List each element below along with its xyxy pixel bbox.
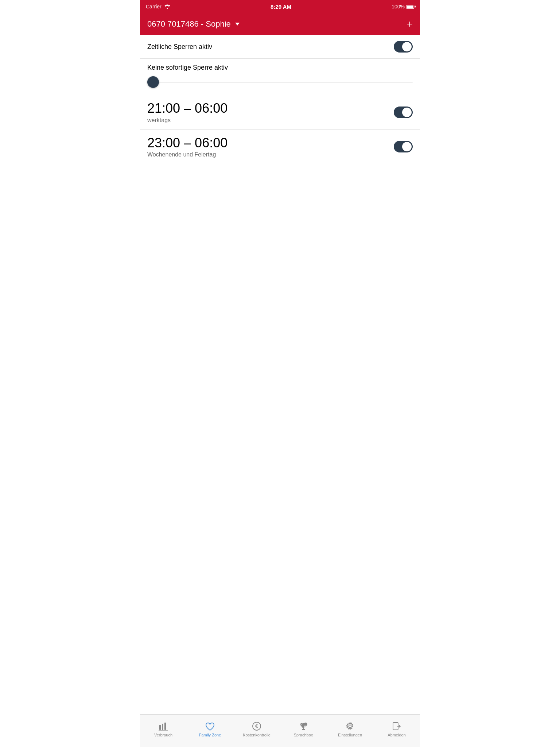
zeitliche-sperren-label: Zeitliche Sperren aktiv bbox=[147, 43, 212, 51]
slider-container bbox=[147, 77, 413, 88]
add-button[interactable]: + bbox=[407, 19, 413, 29]
nav-label-einstellungen: Einstellungen bbox=[338, 733, 362, 737]
time-block-wochenende: 23:00 – 06:00 Wochenende und Feiertag bbox=[140, 130, 420, 165]
svg-text:...: ... bbox=[304, 723, 307, 726]
familyzone-icon bbox=[205, 721, 215, 731]
header-title: 0670 7017486 - Sophie bbox=[147, 19, 231, 29]
status-bar: Carrier 8:29 AM 100% bbox=[140, 0, 420, 13]
chevron-down-icon bbox=[235, 23, 240, 26]
time-block-werktags: 21:00 – 06:00 werktags bbox=[140, 95, 420, 130]
svg-point-11 bbox=[349, 725, 351, 727]
slider-track bbox=[147, 82, 413, 82]
sprachbox-icon: ... bbox=[298, 721, 308, 731]
time-block1-time: 21:00 – 06:00 bbox=[147, 101, 394, 116]
nav-item-einstellungen[interactable]: Einstellungen bbox=[327, 721, 373, 737]
time-block2-info: 23:00 – 06:00 Wochenende und Feiertag bbox=[147, 136, 394, 158]
nav-item-familyzone[interactable]: Family Zone bbox=[187, 721, 233, 737]
header-title-area[interactable]: 0670 7017486 - Sophie bbox=[147, 19, 240, 29]
nav-label-kostenkontrolle: Kostenkontrolle bbox=[243, 733, 271, 737]
zeitliche-sperren-row: Zeitliche Sperren aktiv bbox=[140, 35, 420, 59]
nav-item-verbrauch[interactable]: Verbrauch bbox=[140, 721, 187, 737]
nav-label-familyzone: Family Zone bbox=[199, 733, 221, 737]
time-block1-info: 21:00 – 06:00 werktags bbox=[147, 101, 394, 124]
svg-text:€: € bbox=[255, 723, 258, 729]
bottom-nav: Verbrauch Family Zone € Kostenkontrolle bbox=[140, 714, 420, 747]
time-block2-time: 23:00 – 06:00 bbox=[147, 136, 394, 150]
kostenkontrolle-icon: € bbox=[252, 721, 262, 731]
nav-item-kostenkontrolle[interactable]: € Kostenkontrolle bbox=[233, 721, 280, 737]
svg-rect-0 bbox=[159, 725, 161, 730]
nav-label-sprachbox: Sprachbox bbox=[294, 733, 313, 737]
status-right: 100% bbox=[392, 4, 414, 9]
nav-item-sprachbox[interactable]: ... Sprachbox bbox=[280, 721, 327, 737]
time-block2-toggle[interactable] bbox=[394, 141, 413, 152]
carrier-label: Carrier bbox=[146, 4, 162, 9]
zeitliche-sperren-toggle[interactable] bbox=[394, 41, 413, 53]
wifi-icon bbox=[164, 4, 170, 9]
slider-thumb[interactable] bbox=[147, 76, 159, 88]
toggle2-thumb bbox=[402, 108, 412, 117]
svg-rect-1 bbox=[162, 724, 163, 730]
svg-rect-2 bbox=[164, 723, 166, 730]
time-block2-days: Wochenende und Feiertag bbox=[147, 151, 394, 158]
nav-label-abmelden: Abmelden bbox=[388, 733, 406, 737]
app-header: 0670 7017486 - Sophie + bbox=[140, 13, 420, 35]
time-block1-days: werktags bbox=[147, 117, 394, 124]
slider-section: Keine sofortige Sperre aktiv bbox=[140, 59, 420, 95]
nav-label-verbrauch: Verbrauch bbox=[154, 733, 172, 737]
time-block1-toggle[interactable] bbox=[394, 107, 413, 118]
verbrauch-icon bbox=[158, 721, 168, 731]
toggle1-thumb bbox=[402, 42, 412, 51]
nav-item-abmelden[interactable]: Abmelden bbox=[373, 721, 420, 737]
einstellungen-icon bbox=[345, 721, 355, 731]
slider-label: Keine sofortige Sperre aktiv bbox=[147, 64, 413, 71]
main-content: Zeitliche Sperren aktiv Keine sofortige … bbox=[140, 35, 420, 714]
status-time: 8:29 AM bbox=[271, 4, 291, 10]
abmelden-icon bbox=[392, 721, 402, 731]
battery-icon bbox=[406, 5, 414, 9]
status-left: Carrier bbox=[146, 4, 170, 9]
battery-percent: 100% bbox=[392, 4, 405, 9]
